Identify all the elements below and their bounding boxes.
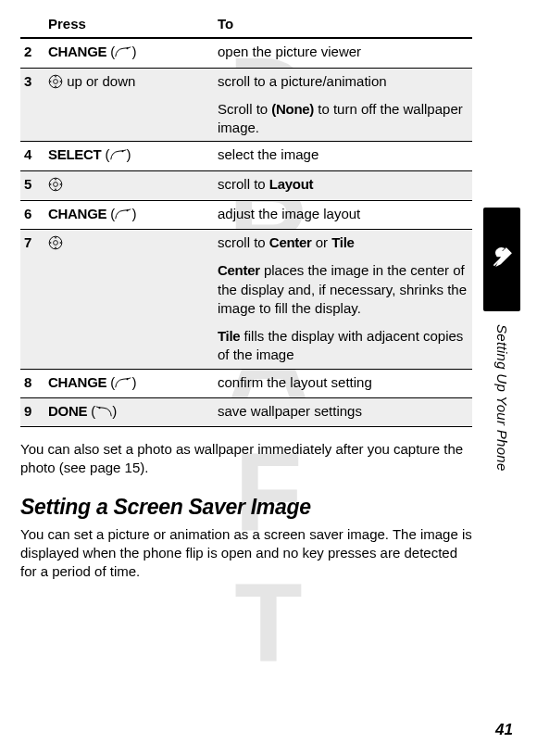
col-head-blank [20,11,44,38]
step-number: 2 [20,38,44,68]
desc-bold2: Tile [331,234,354,250]
svg-point-5 [54,182,58,186]
step-number: 5 [20,170,44,200]
desc-pre: scroll to [218,234,269,250]
step-action: up or down [44,68,214,142]
section-heading: Setting a Screen Saver Image [20,495,472,520]
table-row: 7 scroll to Center or Tile Center places… [20,230,472,370]
step-desc: scroll to a picture/animation Scroll to … [214,68,472,142]
svg-point-4 [49,178,62,191]
col-head-to: To [214,11,472,38]
softkey-label: CHANGE [48,374,106,390]
svg-point-3 [121,150,123,152]
tile-word: Tile [218,328,240,344]
svg-point-8 [54,241,58,246]
table-row: 4 SELECT ( ) select the image [20,142,472,170]
paragraph-after-table: You can also set a photo as wallpaper im… [20,440,472,478]
svg-point-10 [99,407,101,409]
step-action [44,170,214,200]
desc-bold: (None) [271,101,314,117]
steps-table: Press To 2 CHANGE ( ) open the picture v… [20,11,472,427]
page-number: 41 [495,721,513,739]
svg-point-1 [49,75,62,88]
step-number: 8 [20,369,44,397]
step-action: SELECT ( ) [44,142,214,170]
svg-point-6 [127,209,129,211]
tile-text: fills the display with adjacent copies o… [218,328,463,362]
step-number: 4 [20,142,44,170]
step-action: CHANGE ( ) [44,200,214,229]
softkey-label: CHANGE [48,44,106,59]
right-softkey-icon [115,44,131,63]
section-paragraph: You can set a picture or animation as a … [20,525,472,582]
softkey-label: SELECT [48,146,101,162]
desc-bold: Center [269,234,312,250]
step-desc: scroll to Center or Tile Center places t… [214,230,472,370]
step-action: CHANGE ( ) [44,38,214,68]
step-action [44,230,214,370]
svg-point-7 [49,236,62,249]
step-action: CHANGE ( ) [44,369,214,397]
desc-mid: or [312,234,332,250]
step-number: 9 [20,397,44,426]
right-softkey-icon [115,207,131,225]
main-content: Press To 2 CHANGE ( ) open the picture v… [0,0,537,581]
step-number: 3 [20,68,44,142]
left-softkey-icon [95,404,112,422]
desc-line1: scroll to a picture/animation [218,72,468,91]
step-action: DONE ( ) [44,397,214,426]
table-row: 8 CHANGE ( ) confirm the layout setting [20,369,472,397]
svg-point-0 [127,47,129,49]
table-row: 2 CHANGE ( ) open the picture viewer [20,38,472,68]
softkey-label: DONE [48,403,87,419]
right-softkey-icon [110,147,127,166]
nav-direction: up or down [67,73,135,89]
step-desc: adjust the image layout [214,200,472,229]
col-head-press: Press [44,11,214,38]
svg-point-9 [127,378,129,380]
table-row: 3 up or down scroll to a picture/animati… [20,68,472,142]
table-row: 5 scroll to Layout [20,170,472,200]
desc-pre: scroll to [218,176,269,192]
step-desc: open the picture viewer [214,38,472,68]
softkey-label: CHANGE [48,206,106,221]
table-row: 6 CHANGE ( ) adjust the image layout [20,200,472,229]
right-softkey-icon [115,375,131,394]
desc-pre: Scroll to [218,101,271,117]
step-number: 7 [20,230,44,370]
svg-point-2 [54,79,58,83]
desc-bold: Layout [269,176,313,192]
step-desc: scroll to Layout [214,170,472,200]
center-word: Center [218,262,260,278]
step-desc: save wallpaper settings [214,397,472,426]
nav-key-icon [48,177,63,196]
step-number: 6 [20,200,44,229]
nav-key-icon [48,235,63,255]
table-row: 9 DONE ( ) save wallpaper settings [20,397,472,426]
step-desc: select the image [214,142,472,170]
step-desc: confirm the layout setting [214,369,472,397]
nav-key-icon [48,74,63,94]
